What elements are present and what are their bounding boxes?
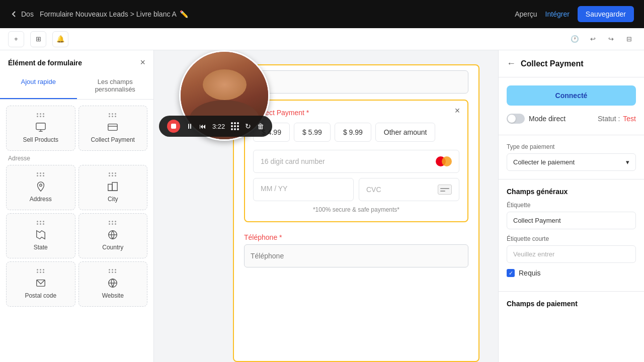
phone-input[interactable]: [244, 244, 468, 267]
edit-icon[interactable]: ✏️: [180, 10, 188, 18]
sell-products-icon: [35, 121, 47, 133]
card-cvc-field[interactable]: CVC: [359, 178, 459, 201]
history-button[interactable]: 🕐: [568, 32, 582, 46]
undo-icon: ↩: [590, 35, 596, 43]
top-field-wrapper: [234, 65, 478, 94]
top-bar-left: Dos Formulaire Nouveaux Leads > Livre bl…: [10, 10, 188, 18]
toolbar: + ⊞ 🔔 🕐 ↩ ↪ ⊟: [0, 28, 644, 50]
card-cvc-placeholder: CVC: [366, 186, 381, 194]
sidebar-item-country[interactable]: Country: [78, 213, 148, 258]
statut-value: Test: [623, 115, 636, 123]
sidebar-item-address[interactable]: Address: [6, 165, 75, 210]
drag-handle: [109, 113, 117, 117]
delete-button[interactable]: 🗑: [257, 122, 264, 130]
champs-paiement-section: Champs de paiement: [499, 292, 644, 316]
amount-row: $ 4.99 $ 5.99 $ 9.99 Other amount: [253, 123, 459, 142]
back-arrow-icon: ←: [507, 58, 516, 68]
breadcrumb: Formulaire Nouveaux Leads > Livre blanc …: [40, 10, 188, 18]
undo-button[interactable]: ↩: [586, 32, 600, 46]
tab-ajout-rapide[interactable]: Ajout rapide: [0, 73, 77, 99]
svg-point-5: [39, 184, 42, 187]
requis-row: Requis: [507, 269, 636, 277]
grid-button[interactable]: ⊞: [30, 31, 46, 47]
drag-handle: [37, 172, 45, 176]
save-button[interactable]: Sauvegarder: [578, 6, 634, 22]
sidebar-item-city[interactable]: City: [78, 165, 148, 210]
toolbar-right: 🕐 ↩ ↪ ⊟: [568, 32, 636, 46]
form-card: × Collect Payment * $ 4.99 $ 5.99 $ 9.99…: [233, 64, 479, 362]
connecte-button[interactable]: Connecté: [507, 85, 636, 106]
adresse-section-title: Adresse: [4, 151, 149, 165]
layout-icon: ⊟: [626, 35, 632, 43]
etiquette-input[interactable]: [507, 212, 636, 229]
rewind-icon: ⏮: [199, 122, 206, 130]
champs-generaux-section: Champs généraux Étiquette Étiquette cour…: [499, 179, 644, 292]
svg-rect-7: [112, 183, 117, 191]
postal-icon: [35, 277, 47, 289]
back-button[interactable]: Dos: [10, 10, 34, 18]
pause-button[interactable]: ⏸: [186, 122, 193, 130]
champs-paiement-title: Champs de paiement: [499, 292, 644, 316]
drag-handle: [109, 172, 117, 176]
drag-handle: [37, 113, 45, 117]
right-panel-back-button[interactable]: ←: [507, 58, 516, 69]
mode-direct-toggle[interactable]: [507, 114, 525, 124]
etiquette-courte-wrapper: Étiquette courte: [507, 235, 636, 263]
etiquette-label: Étiquette: [507, 202, 636, 209]
type-paiement-dropdown[interactable]: Collecter le paiement ▾: [507, 153, 636, 171]
left-sidebar: Élément de formulaire × Ajout rapide Les…: [0, 50, 154, 362]
requis-checkbox[interactable]: [507, 269, 515, 277]
amount-button-other[interactable]: Other amount: [375, 123, 436, 142]
etiquette-courte-label: Étiquette courte: [507, 235, 636, 242]
amount-button-999[interactable]: $ 9.99: [335, 123, 371, 142]
card-line-2: [440, 191, 445, 192]
website-icon: [107, 277, 119, 289]
close-collect-payment-button[interactable]: ×: [451, 105, 463, 117]
chevron-down-icon: ▾: [626, 158, 629, 166]
add-element-button[interactable]: +: [8, 31, 24, 47]
sell-products-label: Sell Products: [23, 136, 58, 143]
sidebar-header: Élément de formulaire ×: [0, 50, 153, 73]
sidebar-close-button[interactable]: ×: [140, 57, 145, 68]
state-label: State: [34, 244, 48, 251]
loop-icon: ↻: [245, 122, 251, 130]
video-controls: ⏸ ⏮ 3:22 ↻ 🗑: [159, 116, 272, 137]
address-icon: [35, 180, 47, 193]
sidebar-item-collect-payment[interactable]: Collect Payment: [78, 106, 148, 151]
notifications-button[interactable]: 🔔: [52, 31, 68, 47]
layout-button[interactable]: ⊟: [622, 32, 636, 46]
sidebar-item-state[interactable]: State: [6, 213, 75, 258]
phone-label: Téléphone *: [244, 228, 468, 244]
center-canvas: ⏸ ⏮ 3:22 ↻ 🗑: [154, 50, 498, 362]
main-area: Élément de formulaire × Ajout rapide Les…: [0, 50, 644, 362]
svg-rect-6: [108, 184, 112, 191]
amount-button-599[interactable]: $ 5.99: [294, 123, 331, 142]
collect-payment-icon: [107, 121, 119, 133]
tab-champs-personnalises[interactable]: Les champs personnalisés: [77, 73, 154, 99]
grid-icon: [231, 122, 239, 130]
loop-button[interactable]: ↻: [245, 122, 251, 130]
sidebar-item-website[interactable]: Website: [78, 261, 148, 307]
etiquette-courte-input[interactable]: [507, 245, 636, 263]
sidebar-grid-address: Address City: [4, 165, 149, 307]
redo-button[interactable]: ↪: [604, 32, 618, 46]
drag-handle: [37, 221, 45, 225]
stop-button[interactable]: [167, 120, 180, 133]
sidebar-item-postal[interactable]: Postal code: [6, 261, 75, 307]
grid-icon: ⊞: [36, 35, 41, 43]
integrer-button[interactable]: Intégrer: [545, 10, 570, 18]
card-expiry-field[interactable]: MM / YY: [253, 178, 354, 201]
required-asterisk: *: [304, 109, 309, 117]
svg-rect-3: [108, 124, 117, 131]
sidebar-tabs: Ajout rapide Les champs personnalisés: [0, 73, 153, 100]
sidebar-item-sell-products[interactable]: Sell Products: [6, 106, 75, 151]
rewind-button[interactable]: ⏮: [199, 122, 206, 130]
card-line-1: [440, 188, 449, 189]
top-bar: Dos Formulaire Nouveaux Leads > Livre bl…: [0, 0, 644, 28]
sidebar-grid-top: Sell Products Collect Payment: [4, 106, 149, 151]
drag-handle: [109, 221, 117, 225]
apercu-button[interactable]: Aperçu: [515, 10, 537, 18]
toolbar-left: + ⊞ 🔔: [8, 31, 68, 47]
pause-icon: ⏸: [186, 122, 193, 130]
top-field-input[interactable]: [244, 70, 468, 94]
